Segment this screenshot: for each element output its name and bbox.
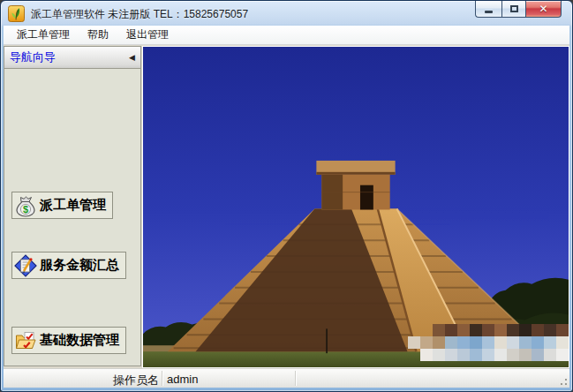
status-separator (295, 371, 296, 386)
titlebar: 派工单管理软件 未注册版 TEL：15825675057 ✕ (1, 1, 572, 26)
client-area: 派工单管理 帮助 退出管理 导航向导 ◀ $ 派工单管理 (4, 26, 569, 388)
minimize-icon (485, 11, 493, 13)
operator-value: admin (167, 373, 198, 386)
minimize-button[interactable] (475, 1, 501, 18)
nav-button-label: 基础数据管理 (40, 332, 119, 349)
nav-button-dispatch-management[interactable]: $ 派工单管理 (11, 192, 113, 219)
sidebar-nav: 导航向导 ◀ $ 派工单管理 (4, 45, 141, 368)
menu-item-dispatch[interactable]: 派工单管理 (9, 25, 78, 45)
maximize-icon (510, 5, 518, 12)
sidebar-panel: $ 派工单管理 服务金额汇总 (4, 69, 141, 366)
sidebar-header: 导航向导 ◀ (4, 46, 141, 69)
svg-text:$: $ (23, 204, 28, 215)
nav-button-label: 服务金额汇总 (40, 257, 119, 274)
status-separator (162, 371, 162, 386)
menu-item-exit[interactable]: 退出管理 (118, 25, 177, 45)
window-title: 派工单管理软件 未注册版 TEL：15825675057 (31, 7, 248, 22)
nav-button-label: 派工单管理 (40, 197, 106, 214)
chevron-left-icon[interactable]: ◀ (129, 53, 135, 62)
main-photo-chichen-itza (142, 46, 569, 368)
close-button[interactable]: ✕ (526, 1, 562, 18)
folder-data-icon (14, 329, 37, 352)
window-controls: ✕ (475, 1, 562, 19)
menubar: 派工单管理 帮助 退出管理 (4, 26, 569, 45)
statusbar: 操作员名 admin (4, 368, 569, 388)
nav-button-basic-data-management[interactable]: 基础数据管理 (11, 327, 126, 354)
service-summary-icon (14, 254, 37, 277)
operator-label: 操作员名 (113, 373, 159, 388)
leaf-app-icon (8, 5, 25, 22)
app-window: 派工单管理软件 未注册版 TEL：15825675057 ✕ 派工单管理 帮助 … (0, 0, 573, 392)
maximize-button[interactable] (501, 1, 526, 18)
sidebar-title: 导航向导 (10, 49, 56, 65)
menu-item-help[interactable]: 帮助 (79, 25, 117, 45)
close-icon: ✕ (539, 3, 547, 15)
nav-button-service-amount-summary[interactable]: 服务金额汇总 (11, 252, 126, 279)
money-bag-icon: $ (14, 194, 37, 217)
resize-grip[interactable] (557, 375, 568, 386)
